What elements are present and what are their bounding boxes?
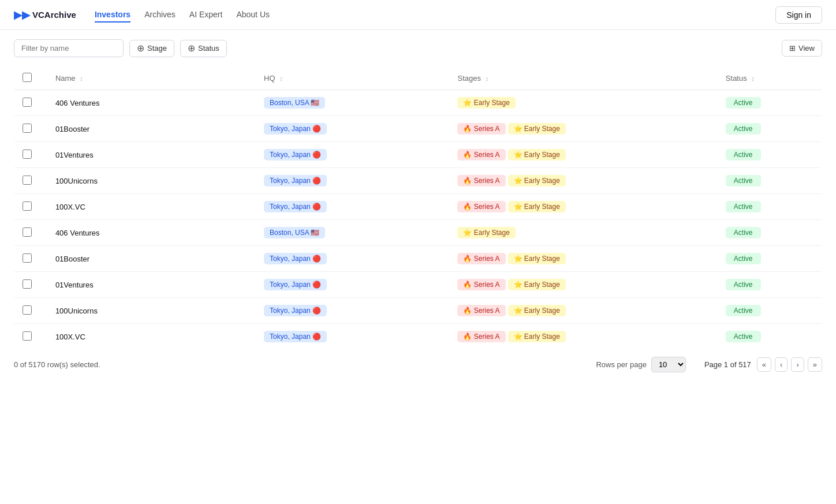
cell-hq: Tokyo, Japan 🔴	[256, 142, 449, 168]
stages-sort-icon: ↕	[486, 75, 489, 82]
status-badge: Active	[726, 97, 761, 109]
hq-badge: Tokyo, Japan 🔴	[264, 305, 327, 316]
cell-status: Active	[718, 194, 822, 220]
status-plus-icon: ⊕	[188, 44, 195, 53]
name-sort-icon: ↕	[80, 75, 83, 82]
rows-per-page-label: Rows per page	[596, 360, 646, 369]
logo-icon: ▶▶	[14, 9, 30, 21]
table-footer: 0 of 5170 row(s) selected. Rows per page…	[0, 350, 836, 379]
status-badge: Active	[726, 279, 761, 290]
col-header-status[interactable]: Status ↕	[718, 67, 822, 90]
status-badge: Active	[726, 201, 761, 212]
rows-per-page-select[interactable]: 102050100	[651, 357, 686, 372]
first-page-button[interactable]: «	[757, 357, 771, 372]
cell-name: 100Unicorns	[47, 298, 256, 324]
view-button[interactable]: ⊞ View	[782, 40, 822, 57]
hq-badge: Boston, USA 🇺🇸	[264, 97, 325, 109]
stage-plus-icon: ⊕	[137, 44, 144, 53]
stage-badge-early: ⭐ Early Stage	[508, 305, 566, 316]
hq-badge: Boston, USA 🇺🇸	[264, 227, 325, 238]
stage-badge-early: ⭐ Early Stage	[508, 279, 566, 290]
hq-badge: Tokyo, Japan 🔴	[264, 175, 327, 186]
stage-badge-series-a: 🔥 Series A	[457, 253, 505, 264]
cell-stages: 🔥 Series A⭐ Early Stage	[449, 116, 717, 142]
hq-badge: Tokyo, Japan 🔴	[264, 279, 327, 290]
stage-badge-early: ⭐ Early Stage	[457, 227, 515, 238]
cell-status: Active	[718, 298, 822, 324]
col-header-hq[interactable]: HQ ↕	[256, 67, 449, 90]
cell-status: Active	[718, 90, 822, 116]
cell-hq: Tokyo, Japan 🔴	[256, 116, 449, 142]
cell-hq: Tokyo, Japan 🔴	[256, 168, 449, 194]
select-all-checkbox[interactable]	[23, 73, 32, 82]
row-checkbox-7[interactable]	[23, 279, 32, 289]
sign-in-button[interactable]: Sign in	[775, 6, 822, 24]
logo[interactable]: ▶▶ VCArchive	[14, 9, 76, 21]
cell-name: 01Booster	[47, 116, 256, 142]
status-badge: Active	[726, 149, 761, 160]
status-filter-button[interactable]: ⊕ Status	[180, 40, 227, 57]
table-row: 01BoosterTokyo, Japan 🔴🔥 Series A⭐ Early…	[14, 116, 822, 142]
row-checkbox-2[interactable]	[23, 150, 32, 159]
stage-badge-series-a: 🔥 Series A	[457, 175, 505, 186]
nav-link-investors[interactable]: Investors	[95, 8, 130, 23]
cell-stages: 🔥 Series A⭐ Early Stage	[449, 324, 717, 350]
cell-stages: 🔥 Series A⭐ Early Stage	[449, 298, 717, 324]
col-header-name[interactable]: Name ↕	[47, 67, 256, 90]
table-row: 01VenturesTokyo, Japan 🔴🔥 Series A⭐ Earl…	[14, 272, 822, 298]
view-icon: ⊞	[789, 44, 796, 53]
status-badge: Active	[726, 175, 761, 186]
navbar: ▶▶ VCArchive InvestorsArchivesAI ExpertA…	[0, 0, 836, 30]
row-checkbox-0[interactable]	[23, 98, 32, 107]
last-page-button[interactable]: »	[808, 357, 822, 372]
row-checkbox-5[interactable]	[23, 227, 32, 237]
stage-badge-early: ⭐ Early Stage	[508, 175, 566, 186]
stage-badge-early: ⭐ Early Stage	[508, 201, 566, 212]
filter-name-input[interactable]	[14, 39, 124, 57]
table-row: 100X.VCTokyo, Japan 🔴🔥 Series A⭐ Early S…	[14, 324, 822, 350]
table-wrapper: Name ↕ HQ ↕ Stages ↕ Status ↕ 406 Ventur…	[0, 66, 836, 350]
cell-stages: 🔥 Series A⭐ Early Stage	[449, 168, 717, 194]
col-header-stages[interactable]: Stages ↕	[449, 67, 717, 90]
stage-badge-early: ⭐ Early Stage	[508, 149, 566, 160]
stage-badge-early: ⭐ Early Stage	[508, 253, 566, 264]
cell-stages: 🔥 Series A⭐ Early Stage	[449, 194, 717, 220]
stage-badge-series-a: 🔥 Series A	[457, 331, 505, 342]
table-header: Name ↕ HQ ↕ Stages ↕ Status ↕	[14, 67, 822, 90]
stage-badge-early: ⭐ Early Stage	[508, 331, 566, 342]
cell-status: Active	[718, 168, 822, 194]
table-body: 406 VenturesBoston, USA 🇺🇸⭐ Early StageA…	[14, 90, 822, 350]
row-checkbox-4[interactable]	[23, 201, 32, 211]
nav-links: InvestorsArchivesAI ExpertAbout Us	[95, 8, 775, 23]
cell-hq: Tokyo, Japan 🔴	[256, 246, 449, 272]
nav-link-ai-expert[interactable]: AI Expert	[189, 8, 223, 23]
status-badge: Active	[726, 331, 761, 342]
hq-badge: Tokyo, Japan 🔴	[264, 253, 327, 264]
row-checkbox-1[interactable]	[23, 124, 32, 133]
stage-badge-series-a: 🔥 Series A	[457, 149, 505, 160]
hq-badge: Tokyo, Japan 🔴	[264, 331, 327, 342]
cell-stages: ⭐ Early Stage	[449, 220, 717, 246]
stage-badge-series-a: 🔥 Series A	[457, 305, 505, 316]
nav-link-about-us[interactable]: About Us	[236, 8, 270, 23]
row-checkbox-6[interactable]	[23, 253, 32, 263]
next-page-button[interactable]: ›	[791, 357, 804, 372]
stage-badge-series-a: 🔥 Series A	[457, 279, 505, 290]
stage-filter-button[interactable]: ⊕ Stage	[129, 40, 174, 57]
prev-page-button[interactable]: ‹	[775, 357, 788, 372]
cell-name: 100X.VC	[47, 324, 256, 350]
cell-stages: ⭐ Early Stage	[449, 90, 717, 116]
hq-badge: Tokyo, Japan 🔴	[264, 123, 327, 135]
selection-text: 0 of 5170 row(s) selected.	[14, 360, 100, 369]
table-row: 01VenturesTokyo, Japan 🔴🔥 Series A⭐ Earl…	[14, 142, 822, 168]
logo-text: VCArchive	[32, 10, 76, 20]
row-checkbox-3[interactable]	[23, 176, 32, 185]
row-checkbox-9[interactable]	[23, 331, 32, 341]
cell-stages: 🔥 Series A⭐ Early Stage	[449, 142, 717, 168]
table-row: 100UnicornsTokyo, Japan 🔴🔥 Series A⭐ Ear…	[14, 298, 822, 324]
nav-link-archives[interactable]: Archives	[144, 8, 176, 23]
cell-status: Active	[718, 220, 822, 246]
cell-name: 406 Ventures	[47, 220, 256, 246]
row-checkbox-8[interactable]	[23, 305, 32, 315]
toolbar: ⊕ Stage ⊕ Status ⊞ View	[0, 30, 836, 66]
